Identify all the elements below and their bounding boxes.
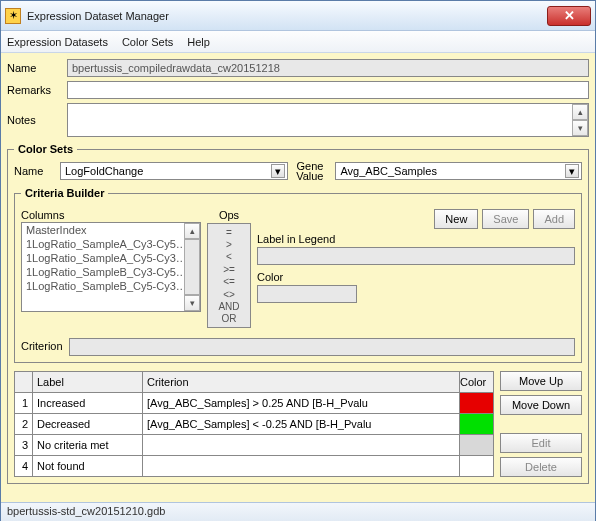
menubar: Expression Datasets Color Sets Help (1, 31, 595, 53)
remarks-field[interactable] (67, 81, 589, 99)
chevron-down-icon: ▾ (565, 164, 579, 178)
criteria-builder-legend: Criteria Builder (21, 187, 108, 199)
columns-scroll-down[interactable]: ▾ (184, 295, 200, 311)
op-lt[interactable]: < (226, 251, 232, 262)
columns-scrollbar[interactable] (184, 239, 200, 296)
close-icon: ✕ (564, 8, 575, 23)
columns-listbox[interactable]: MasterIndex 1LogRatio_SampleA_Cy3-Cy5… 1… (21, 222, 201, 312)
hdr-criterion: Criterion (143, 372, 460, 393)
new-button[interactable]: New (434, 209, 478, 229)
legend-label-label: Label in Legend (257, 233, 352, 245)
table-row[interactable]: 3 No criteria met (15, 435, 494, 456)
chevron-down-icon: ▾ (271, 164, 285, 178)
op-lte[interactable]: <= (223, 276, 235, 287)
table-row[interactable]: 1 Increased [Avg_ABC_Samples] > 0.25 AND… (15, 393, 494, 414)
list-item[interactable]: 1LogRatio_SampleB_Cy3-Cy5… (22, 265, 200, 279)
gene-value-value: Avg_ABC_Samples (340, 165, 436, 177)
titlebar: ✶ Expression Dataset Manager ✕ (1, 1, 595, 31)
add-button[interactable]: Add (533, 209, 575, 229)
color-swatch (460, 414, 493, 434)
hdr-color: Color (460, 372, 494, 393)
status-bar: bpertussis-std_cw20151210.gdb (1, 502, 595, 521)
move-down-button[interactable]: Move Down (500, 395, 582, 415)
criterion-field (69, 338, 575, 356)
list-item[interactable]: 1LogRatio_SampleA_Cy3-Cy5… (22, 237, 200, 251)
color-sets-legend: Color Sets (14, 143, 77, 155)
criterion-label: Criterion (21, 340, 63, 352)
delete-button[interactable]: Delete (500, 457, 582, 477)
notes-scroll-up[interactable]: ▴ (572, 104, 588, 120)
color-swatch (460, 456, 493, 476)
list-item[interactable]: 1LogRatio_SampleA_Cy5-Cy3… (22, 251, 200, 265)
gene-value-dropdown[interactable]: Avg_ABC_Samples ▾ (335, 162, 582, 180)
columns-scroll-up[interactable]: ▴ (184, 223, 200, 239)
menu-expression-datasets[interactable]: Expression Datasets (7, 36, 108, 48)
list-item[interactable]: MasterIndex (22, 223, 200, 237)
cs-name-value: LogFoldChange (65, 165, 143, 177)
color-sets-group: Color Sets Name LogFoldChange ▾ Gene Val… (7, 143, 589, 484)
window-title: Expression Dataset Manager (27, 10, 547, 22)
notes-field[interactable]: ▴ ▾ (67, 103, 589, 137)
color-swatch (460, 435, 493, 455)
move-up-button[interactable]: Move Up (500, 371, 582, 391)
cs-name-label: Name (14, 165, 52, 177)
op-gte[interactable]: >= (223, 264, 235, 275)
hdr-label: Label (33, 372, 143, 393)
name-label: Name (7, 62, 61, 74)
criteria-builder-group: Criteria Builder Columns MasterIndex 1Lo… (14, 187, 582, 363)
dataset-name-field (67, 59, 589, 77)
legend-label-field (257, 247, 575, 265)
save-button[interactable]: Save (482, 209, 529, 229)
remarks-label: Remarks (7, 84, 61, 96)
columns-label: Columns (21, 209, 201, 221)
color-label: Color (257, 271, 352, 283)
table-row[interactable]: 4 Not found (15, 456, 494, 477)
app-icon: ✶ (5, 8, 21, 24)
close-button[interactable]: ✕ (547, 6, 591, 26)
notes-label: Notes (7, 114, 61, 126)
op-gt[interactable]: > (226, 239, 232, 250)
color-swatch-field (257, 285, 357, 303)
menu-help[interactable]: Help (187, 36, 210, 48)
cs-name-dropdown[interactable]: LogFoldChange ▾ (60, 162, 288, 180)
criteria-table: Label Criterion Color 1 Increased [Avg_A… (14, 371, 494, 477)
op-ne[interactable]: <> (223, 289, 235, 300)
op-and[interactable]: AND (218, 301, 239, 312)
edit-button[interactable]: Edit (500, 433, 582, 453)
status-file: bpertussis-std_cw20151210.gdb (7, 505, 165, 517)
color-swatch (460, 393, 493, 413)
table-row[interactable]: 2 Decreased [Avg_ABC_Samples] < -0.25 AN… (15, 414, 494, 435)
gene-value-label: Gene Value (296, 161, 323, 181)
ops-label: Ops (207, 209, 251, 221)
list-item[interactable]: 1LogRatio_SampleB_Cy5-Cy3… (22, 279, 200, 293)
op-eq[interactable]: = (226, 227, 232, 238)
ops-listbox[interactable]: = > < >= <= <> AND OR (207, 223, 251, 328)
op-or[interactable]: OR (222, 313, 237, 324)
menu-color-sets[interactable]: Color Sets (122, 36, 173, 48)
hdr-num (15, 372, 33, 393)
notes-scroll-down[interactable]: ▾ (572, 120, 588, 136)
